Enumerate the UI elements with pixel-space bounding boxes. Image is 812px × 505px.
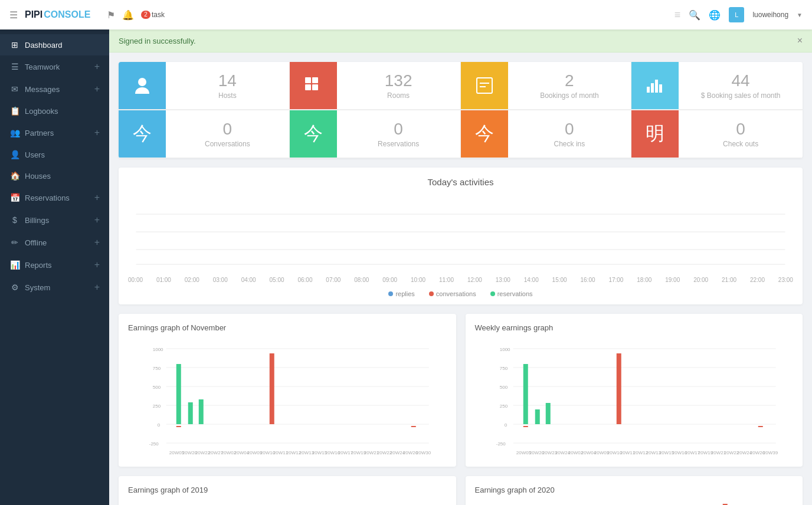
svg-rect-2	[312, 77, 318, 83]
messages-plus-icon[interactable]: +	[94, 84, 100, 94]
sidebar: ⊞ Dashboard ☰ Teamwork + ✉ Messages + 📋 …	[0, 29, 109, 505]
reports-icon: 📊	[9, 260, 20, 270]
rooms-icon-box	[290, 62, 337, 109]
sidebar-item-reports[interactable]: 📊 Reports +	[0, 254, 109, 276]
sidebar-item-messages[interactable]: ✉ Messages +	[0, 78, 109, 100]
svg-text:250: 250	[153, 404, 161, 409]
svg-text:250: 250	[499, 404, 508, 409]
earnings-2019-title: Earnings graph of 2019	[128, 486, 447, 494]
stat-card-hosts: 14 Hosts	[119, 62, 290, 110]
reservations-icon: 📅	[9, 193, 20, 202]
svg-rect-26	[176, 364, 181, 424]
task-label: task	[152, 11, 165, 19]
system-icon: ⚙	[9, 283, 20, 292]
svg-rect-8	[655, 80, 658, 93]
svg-text:0: 0	[158, 422, 161, 428]
users-icon: 👤	[9, 150, 20, 159]
globe-icon[interactable]: 🌐	[709, 9, 721, 21]
partners-icon: 👥	[9, 128, 20, 137]
flag-icon[interactable]: ⚑	[107, 9, 115, 21]
hosts-stat-info: 14 Hosts	[166, 71, 289, 100]
offline-plus-icon[interactable]: +	[94, 237, 100, 248]
svg-rect-64	[523, 364, 528, 424]
sidebar-item-reservations[interactable]: 📅 Reservations +	[0, 186, 109, 209]
sidebar-item-houses[interactable]: 🏠 Houses	[0, 165, 109, 186]
svg-rect-7	[651, 83, 654, 93]
teamwork-plus-icon[interactable]: +	[94, 61, 100, 72]
sidebar-item-users[interactable]: 👤 Users	[0, 144, 109, 165]
earnings-weekly-title: Weekly earnings graph	[475, 323, 794, 332]
user-dropdown-icon[interactable]: ▼	[797, 12, 803, 18]
notification-bell-wrapper: 🔔	[122, 9, 134, 21]
legend-replies-label: replies	[395, 290, 414, 297]
system-plus-icon[interactable]: +	[94, 282, 100, 293]
conversations-icon-box: 今	[119, 110, 166, 158]
booking-sales-label: $ Booking sales of month	[688, 91, 793, 100]
sidebar-item-system[interactable]: ⚙ System +	[0, 276, 109, 299]
sidebar-item-logbooks[interactable]: 📋 Logbooks	[0, 100, 109, 122]
sidebar-item-teamwork[interactable]: ☰ Teamwork +	[0, 55, 109, 78]
rooms-stat-info: 132 Rooms	[337, 71, 460, 100]
legend-conversations-label: conversations	[436, 290, 476, 297]
offline-icon: ✏	[9, 238, 20, 247]
topnav-right: ≡ 🔍 🌐 L luoweihong ▼	[675, 7, 803, 22]
check-outs-char: 明	[646, 121, 664, 147]
legend-replies: replies	[388, 290, 414, 297]
bookings-stat-info: 2 Bookings of month	[508, 71, 631, 100]
svg-rect-30	[176, 426, 181, 427]
earnings-2020-title: Earnings graph of 2020	[475, 486, 794, 494]
stat-card-rooms: 132 Rooms	[290, 62, 461, 110]
user-avatar: L	[729, 7, 744, 22]
stat-card-check-ins: 今 0 Check ins	[461, 110, 632, 158]
reports-plus-icon[interactable]: +	[94, 260, 100, 270]
svg-text:-250: -250	[149, 441, 159, 447]
billings-plus-icon[interactable]: +	[94, 215, 100, 225]
check-outs-number: 0	[688, 120, 793, 139]
sidebar-label-billings: Billings	[25, 216, 90, 225]
hosts-label: Hosts	[175, 91, 280, 100]
svg-text:1000: 1000	[153, 347, 163, 352]
conversations-stat-info: 0 Conversations	[166, 120, 289, 148]
messages-icon: ✉	[9, 84, 20, 94]
reservations-today-icon-box: 今	[290, 110, 337, 158]
earnings-weekly-card: Weekly earnings graph 1000 750 500 250 0…	[466, 314, 803, 467]
stats-grid-row2: 今 0 Conversations 今 0 Reservations	[119, 110, 803, 158]
task-count-badge: 2	[141, 11, 150, 19]
reservations-plus-icon[interactable]: +	[94, 192, 100, 203]
sidebar-item-billings[interactable]: $ Billings +	[0, 209, 109, 231]
svg-text:500: 500	[499, 385, 508, 390]
earnings-2019-chart-placeholder: 20	[128, 501, 447, 505]
alert-banner: Signed in successfully. ×	[109, 29, 812, 53]
hamburger-icon[interactable]: ☰	[9, 9, 18, 21]
svg-rect-4	[312, 84, 318, 90]
search-icon[interactable]: 🔍	[689, 9, 700, 21]
svg-rect-67	[616, 353, 621, 424]
svg-text:500: 500	[153, 385, 161, 390]
alert-close-button[interactable]: ×	[797, 35, 803, 46]
legend-conversations: conversations	[429, 290, 476, 297]
earnings-nov-title: Earnings graph of November	[128, 323, 447, 332]
svg-point-0	[138, 78, 146, 86]
earnings-2020-card: Earnings graph of 2020 1000	[466, 476, 803, 505]
sidebar-item-partners[interactable]: 👥 Partners +	[0, 122, 109, 144]
bell-icon[interactable]: 🔔	[122, 9, 134, 21]
partners-plus-icon[interactable]: +	[94, 127, 100, 138]
svg-text:750: 750	[153, 366, 161, 371]
sidebar-item-offline[interactable]: ✏ Offline +	[0, 231, 109, 254]
activities-card: Today's activities 00:0001:0002:00 03:00…	[119, 168, 803, 304]
username[interactable]: luoweihong	[752, 11, 788, 19]
conversations-char: 今	[133, 121, 152, 147]
svg-rect-65	[535, 409, 539, 424]
sidebar-label-houses: Houses	[25, 172, 100, 181]
svg-rect-66	[545, 403, 550, 424]
earnings-nov-chart: 1000 750 500 250 0 -250	[128, 339, 447, 457]
sidebar-item-dashboard[interactable]: ⊞ Dashboard	[0, 34, 109, 55]
sidebar-label-offline: Offline	[25, 238, 90, 247]
sidebar-label-partners: Partners	[25, 129, 90, 137]
check-ins-number: 0	[518, 120, 622, 139]
svg-rect-6	[647, 87, 650, 93]
list-icon[interactable]: ≡	[675, 9, 681, 21]
svg-rect-29	[270, 353, 274, 424]
svg-rect-1	[305, 77, 311, 83]
stat-card-check-outs: 明 0 Check outs	[631, 110, 803, 158]
